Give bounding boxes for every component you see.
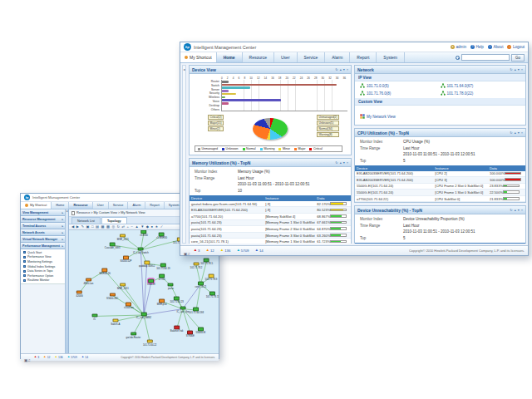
alarm-count-minor[interactable]: ▲136 <box>220 249 231 253</box>
sidebar-group-virtual-network-manager[interactable]: Virtual Network Manager▸ <box>21 236 65 243</box>
table-row[interactable]: 5500G-EI(101.71.64.24)[CPU Frame 1 Slot … <box>355 190 525 196</box>
sidebar-group-resource-management[interactable]: Resource Management▸ <box>21 216 65 223</box>
topology-node-msr_2621[interactable]: MSR_2621 <box>117 234 129 241</box>
alarm-count-unknown[interactable]: ▲14 <box>254 249 263 253</box>
close-icon[interactable]: × <box>347 161 348 165</box>
toolbar-icon-17[interactable]: ★ <box>155 225 159 229</box>
refresh-icon[interactable]: ↻ <box>510 68 512 71</box>
alarm-count-critical[interactable]: ▲3 <box>34 356 39 359</box>
topology-node-ic_lab_gw[interactable]: IC_Lab_Gw <box>176 306 189 313</box>
tab-network-list[interactable]: Network List <box>71 217 101 224</box>
table-row[interactable]: a7700(101.71.64.22)[CPU SubSlot 0]21.833… <box>355 195 525 202</box>
toolbar-icon-8[interactable]: ◎ <box>111 225 115 229</box>
toolbar-icon-13[interactable]: ▲ <box>135 225 138 229</box>
menu-item-home[interactable]: Home <box>217 52 243 62</box>
menu-item-user[interactable]: User <box>93 202 109 209</box>
menu-item-alarm[interactable]: Alarm <box>325 52 350 62</box>
topology-node-ic_lab_switch[interactable]: IC_Lab_Switch <box>133 247 149 254</box>
toolbar-icon-14[interactable]: ▼ <box>140 225 144 229</box>
collapse-icon[interactable]: ▴ <box>515 68 516 71</box>
expand-icon[interactable]: ▾ <box>343 68 345 71</box>
toolbar-icon-4[interactable]: □ <box>91 225 94 229</box>
menu-item-report[interactable]: Report <box>350 52 377 62</box>
header-link-help[interactable]: ?Help <box>470 45 484 49</box>
alarm-count-major[interactable]: ▲12 <box>43 356 50 359</box>
table-row[interactable]: EXLAB2003SERVER(101.71.64.200)[CPU 3]100… <box>355 177 525 184</box>
topology-node-101.71.64.23[interactable]: 101.71.64.23 <box>170 296 183 303</box>
my-shortcut-button[interactable]: My Shortcut <box>21 202 52 209</box>
header-link-about[interactable]: iAbout <box>488 45 504 49</box>
expand-icon[interactable]: ▾ <box>343 161 345 165</box>
table-row[interactable]: goutail-fedora.gov.3com.com(101.71.64.94… <box>190 201 351 207</box>
sidebar-group-network-assets[interactable]: Network Assets▸ <box>21 229 65 236</box>
alarm-count-major[interactable]: ▲12 <box>206 249 214 253</box>
ip-view-link[interactable]: 101.71.64.0(67) <box>441 83 521 89</box>
toolbar-icon-0[interactable]: ◀ <box>71 225 74 229</box>
toolbar-icon-3[interactable]: ▣ <box>86 225 89 229</box>
ip-view-link[interactable]: 101.71.78.0(22) <box>441 91 521 96</box>
menu-item-report[interactable]: Report <box>145 202 164 209</box>
topology-node-msr_2011[interactable]: MSR_2011 <box>117 283 129 290</box>
ip-view-link[interactable]: 101.71.76.0(8) <box>360 91 441 96</box>
close-icon[interactable]: × <box>521 131 523 135</box>
toolbar-icon-15[interactable]: ◆ <box>146 225 149 229</box>
topology-node-a7700[interactable]: a7700 <box>159 274 165 282</box>
topology-node-s7906e[interactable]: S7906E <box>186 331 195 338</box>
alarm-count-warning[interactable]: ▲5709 <box>236 249 249 253</box>
my-network-view-link[interactable]: My Network View <box>360 114 396 119</box>
toolbar-icon-12[interactable]: − <box>131 225 133 229</box>
menu-item-user[interactable]: User <box>274 52 298 62</box>
menu-item-service[interactable]: Service <box>109 202 129 209</box>
menu-item-alarm[interactable]: Alarm <box>128 202 145 209</box>
toolbar-icon-10[interactable]: ⇄ <box>122 225 126 229</box>
collapse-icon[interactable]: ▴ <box>340 161 342 165</box>
menu-item-system[interactable]: System <box>377 52 405 62</box>
toolbar-icon-18[interactable]: ✓ <box>160 225 164 229</box>
topology-node-s5600-26c[interactable]: S5600-26C <box>106 293 118 300</box>
sidebar-item-realtime-monitor[interactable]: Realtime Monitor <box>21 278 65 283</box>
topology-node-s3100-52p[interactable]: S3100-52P <box>120 256 131 264</box>
expand-icon[interactable]: ▾ <box>518 68 520 71</box>
sidebar-group-performance-management[interactable]: Performance Management▸ <box>21 243 65 249</box>
expand-icon[interactable]: ▾ <box>518 209 520 212</box>
menu-item-resource[interactable]: Resource <box>243 52 274 62</box>
refresh-icon[interactable]: ↻ <box>335 161 337 165</box>
topology-node-5500g-ei[interactable]: 5500G-EI <box>195 327 205 334</box>
topology-node-balancetrak[interactable]: BalanceTrak <box>170 326 184 333</box>
sound-icon[interactable]: ♫ <box>187 252 190 256</box>
toolbar-icon-7[interactable]: ▩ <box>106 225 110 229</box>
header-link-logout[interactable]: →Logout <box>507 45 525 49</box>
topology-node-msr-p54[interactable]: MSR-p54 <box>157 298 167 306</box>
topology-node-r5[interactable]: r5 <box>91 313 97 321</box>
toolbar-icon-11[interactable]: + <box>127 225 129 229</box>
topology-node-msr30-20[interactable]: MSR30-20 <box>100 268 111 275</box>
menu-item-home[interactable]: Home <box>52 202 69 209</box>
sidebar-group-terminal-access[interactable]: Terminal Access▸ <box>21 223 65 229</box>
topology-node-r1-msr30[interactable]: r1-MSR30 <box>156 233 167 240</box>
close-icon[interactable]: × <box>521 209 523 212</box>
topology-node-4800-lan[interactable]: 4800-Lan <box>83 278 93 285</box>
search-input[interactable] <box>461 54 510 61</box>
table-row[interactable]: pasta(101.71.64.23)[Memory Frame 3 Slot … <box>190 232 351 239</box>
toolbar-icon-16[interactable]: ● <box>151 225 154 229</box>
sound-icon[interactable]: ♫ <box>27 358 30 362</box>
topology-node-101.71.64.198[interactable]: 101.71.64.198 <box>189 308 204 315</box>
table-row[interactable]: pasta(101.71.64.23)[Memory Frame 2 Slot … <box>190 226 351 233</box>
toolbar-icon-5[interactable]: ▤ <box>96 225 99 229</box>
go-button[interactable]: Go <box>511 54 525 62</box>
topology-node-ic_lab_nms2[interactable]: IC_Lab_NMS2 <box>136 313 151 320</box>
alarm-count-minor[interactable]: ▲136 <box>54 356 62 359</box>
topology-node-switch-a[interactable]: Switch-A <box>111 318 120 326</box>
collapse-icon[interactable]: ▴ <box>340 68 342 71</box>
close-icon[interactable]: × <box>521 68 523 71</box>
ip-view-link[interactable]: 101.71.0.0(5) <box>360 83 441 89</box>
topology-node-rx-4500[interactable]: rx-4500 <box>140 230 147 237</box>
refresh-icon[interactable]: ↻ <box>510 209 512 212</box>
close-icon[interactable]: × <box>347 68 348 71</box>
alarm-count-warning[interactable]: ▲5709 <box>67 356 77 359</box>
topology-node-s5500-ws[interactable]: s5500-ws <box>124 303 134 310</box>
menu-item-service[interactable]: Service <box>298 52 326 62</box>
collapse-icon[interactable]: ▴ <box>515 131 516 135</box>
topology-node-4200g[interactable]: 4200G <box>76 290 82 298</box>
my-shortcut-button[interactable]: My Shortcut <box>180 52 217 62</box>
